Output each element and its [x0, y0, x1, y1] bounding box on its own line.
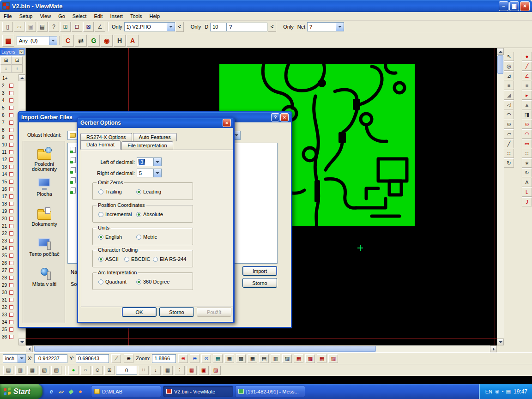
layer-color-swatch[interactable]: [9, 180, 13, 184]
explorer-quick-icon[interactable]: ◆: [66, 387, 75, 396]
layer-row[interactable]: 36: [0, 333, 18, 340]
layer-row[interactable]: 9: [0, 133, 18, 141]
layer-row[interactable]: 14: [0, 170, 18, 178]
start-button[interactable]: Start: [0, 384, 42, 399]
menu-item[interactable]: File: [0, 12, 16, 20]
folder-quick-icon[interactable]: ▱: [57, 387, 65, 396]
dots-array-tool-icon[interactable]: ∷: [522, 149, 532, 158]
cancel-button[interactable]: Storno: [242, 278, 277, 288]
layer-color-swatch[interactable]: [9, 217, 13, 221]
layer-color-swatch[interactable]: [9, 121, 13, 125]
taskbar-task-button[interactable]: V2.bin - ViewMate: [163, 386, 233, 397]
red-dot-tool-icon[interactable]: ●: [522, 52, 532, 61]
measure-diagonal-icon[interactable]: ⟋: [111, 354, 121, 363]
arc-tool-icon[interactable]: ◠: [504, 110, 514, 119]
layer-color-swatch[interactable]: [9, 113, 13, 117]
pan-h-icon[interactable]: H: [114, 35, 126, 47]
mirror-tool-icon[interactable]: ◁: [504, 100, 514, 109]
dcode-table-icon[interactable]: ⊟: [72, 22, 82, 32]
circle-aperture-icon[interactable]: C: [62, 35, 74, 47]
combo-dropdown-icon[interactable]: [153, 169, 161, 177]
layer-color-swatch[interactable]: [9, 327, 13, 332]
status-led-icon[interactable]: ●: [68, 366, 79, 375]
layer-color-swatch[interactable]: [9, 187, 13, 191]
layer-row[interactable]: 6: [0, 111, 18, 119]
print-icon[interactable]: ▤: [37, 22, 48, 32]
language-indicator[interactable]: EN: [485, 389, 492, 394]
place-item[interactable]: Dokumenty: [23, 207, 66, 227]
layer-colors-icon[interactable]: ⊡: [12, 56, 23, 65]
layer-color-swatch[interactable]: [9, 172, 13, 176]
layer-row[interactable]: 17: [0, 193, 18, 200]
layer-color-swatch[interactable]: [9, 268, 13, 272]
filled-rect-tool-icon[interactable]: ■: [504, 81, 514, 90]
measure-icon[interactable]: ∠: [95, 22, 105, 32]
pattern-icon-3[interactable]: ▤: [259, 354, 269, 363]
target-icon[interactable]: ◉: [101, 35, 113, 47]
update-tray-icon[interactable]: ◉: [495, 389, 500, 394]
scroll-down-icon[interactable]: [497, 339, 504, 345]
hscroll-thumb[interactable]: [34, 346, 376, 352]
grid-snap-icon[interactable]: ▦: [224, 354, 234, 363]
scroll-right-icon[interactable]: [490, 345, 497, 352]
layer-color-swatch[interactable]: [9, 91, 13, 95]
ok-button[interactable]: OK: [122, 307, 157, 317]
layer-color-swatch[interactable]: [9, 143, 13, 147]
radio-quadrant[interactable]: Quadrant: [98, 279, 127, 284]
lasso-icon[interactable]: ○: [80, 366, 91, 375]
text-j-tool-icon[interactable]: J: [522, 197, 532, 206]
only-d-label[interactable]: Only: [189, 24, 203, 30]
unit-combo[interactable]: inch: [3, 354, 26, 363]
menu-item[interactable]: Select: [69, 12, 91, 20]
layer-row[interactable]: 16: [0, 185, 18, 193]
pointer-tool-icon[interactable]: ↖: [504, 52, 514, 61]
layer-row[interactable]: 19: [0, 207, 18, 215]
layer-row[interactable]: 23: [0, 237, 18, 244]
table-grid-icon[interactable]: ⊞: [104, 366, 115, 375]
layer-row[interactable]: 15: [0, 178, 18, 185]
close-button[interactable]: ×: [520, 1, 530, 11]
menu-item[interactable]: Insert: [106, 12, 127, 20]
layer-row[interactable]: 5: [0, 104, 18, 111]
menu-item[interactable]: Go: [54, 12, 69, 20]
layer-row[interactable]: 13: [0, 163, 18, 170]
scroll-down-icon[interactable]: [18, 339, 25, 345]
layer-color-swatch[interactable]: [9, 320, 13, 324]
layer-color-swatch[interactable]: [9, 128, 13, 132]
menu-item[interactable]: Help: [146, 12, 164, 20]
layer-row[interactable]: 8: [0, 126, 18, 133]
layer-row[interactable]: 32: [0, 303, 18, 311]
red-pattern-icon-3[interactable]: ▨: [211, 366, 221, 375]
gerber-file-icon[interactable]: [71, 157, 76, 163]
gray-square-tool-icon[interactable]: ■: [522, 81, 532, 90]
radio-leading[interactable]: Leading: [136, 189, 161, 194]
layer-color-swatch[interactable]: [9, 283, 13, 287]
layer-color-swatch[interactable]: [9, 313, 13, 317]
mirror-vertical-tool-icon[interactable]: ▲: [522, 100, 532, 109]
swap-icon[interactable]: ⇄: [75, 35, 87, 47]
close-button[interactable]: ×: [223, 119, 231, 127]
layer-up-icon[interactable]: ↑: [12, 65, 23, 73]
circle-pad-tool-icon[interactable]: ⊙: [522, 120, 532, 129]
red-pattern-icon-2[interactable]: ▣: [199, 366, 209, 375]
left-of-decimal-combo[interactable]: 3: [137, 157, 162, 166]
layer-color-swatch[interactable]: [9, 298, 13, 302]
dot-grid-icon[interactable]: ∷: [139, 366, 149, 375]
pad-tool-icon[interactable]: ⊙: [504, 120, 514, 129]
place-item[interactable]: Poslední dokumenty: [23, 147, 66, 172]
layer-color-swatch[interactable]: [9, 150, 13, 154]
layer-row[interactable]: 21: [0, 222, 18, 230]
layer-row[interactable]: 2: [0, 82, 18, 89]
grid-pattern-icon[interactable]: ▦: [163, 366, 173, 375]
anchor-icon[interactable]: ↓: [151, 366, 161, 375]
pattern-icon-5[interactable]: ▨: [282, 354, 292, 363]
layer-color-swatch[interactable]: [9, 135, 13, 139]
layer-row[interactable]: 31: [0, 296, 18, 303]
prev-dcode-button[interactable]: <: [175, 22, 184, 32]
zoom-out-icon[interactable]: ⊖: [190, 354, 200, 363]
browser-quick-icon[interactable]: ●: [76, 387, 85, 396]
origin-icon[interactable]: ⊕: [124, 354, 133, 363]
vscroll-thumb[interactable]: [497, 55, 503, 74]
help-button[interactable]: ?: [271, 113, 279, 121]
layer-color-swatch[interactable]: [9, 335, 13, 339]
